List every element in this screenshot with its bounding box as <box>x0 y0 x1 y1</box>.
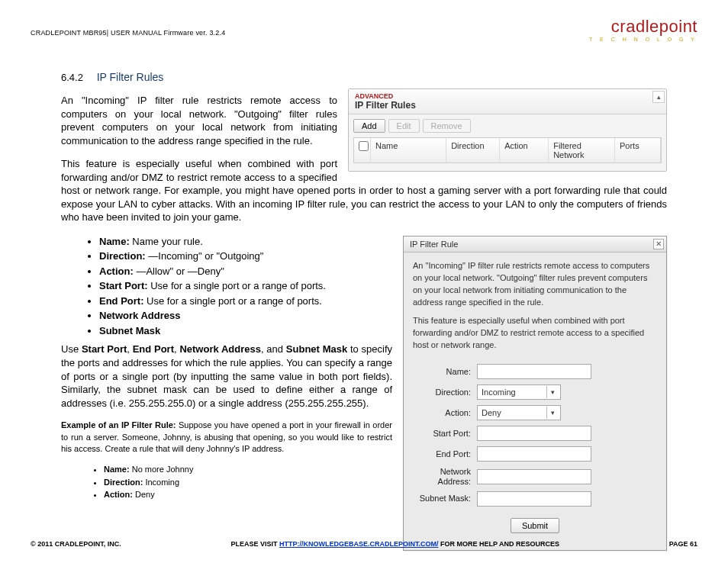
col-filtered-network: Filtered Network <box>549 138 615 162</box>
submit-button[interactable]: Submit <box>511 518 559 533</box>
label-start-port: Start Port: <box>413 428 477 440</box>
subnet-mask-field[interactable] <box>477 491 591 507</box>
logo: cradlepoint T E C H N O L O G Y <box>589 18 697 42</box>
network-address-field[interactable] <box>477 469 591 484</box>
ip-filter-rules-panel: ADVANCED IP Filter Rules ▴ Add Edit Remo… <box>348 88 667 172</box>
para-2a: This feature is especially useful when c… <box>61 158 337 183</box>
footer-center: PLEASE VISIT HTTP://KNOWLEDGEBASE.CRADLE… <box>230 540 559 548</box>
footer-copyright: © 2011 CRADLEPOINT, INC. <box>31 540 121 548</box>
select-all-checkbox[interactable] <box>359 141 369 151</box>
panel-advanced-label: ADVANCED <box>355 92 660 100</box>
label-subnet-mask: Subnet Mask: <box>413 493 477 505</box>
label-network-address: Network Address: <box>413 467 477 485</box>
panel-title: IP Filter Rules <box>355 100 416 111</box>
action-value: Deny <box>482 407 501 420</box>
logo-main: cradlepoint <box>589 18 697 35</box>
end-port-field[interactable] <box>477 446 591 462</box>
close-icon[interactable]: ✕ <box>653 239 664 249</box>
label-name: Name: <box>413 366 477 378</box>
direction-select[interactable]: Incoming ▾ <box>477 384 561 400</box>
section-title: IP Filter Rules <box>97 71 164 83</box>
chevron-down-icon: ▾ <box>546 386 559 398</box>
label-end-port: End Port: <box>413 449 477 461</box>
col-action: Action <box>500 138 549 162</box>
footer-link[interactable]: HTTP://KNOWLEDGEBASE.CRADLEPOINT.COM/ <box>279 540 439 548</box>
dialog-intro-2: This feature is especially useful when c… <box>413 315 657 352</box>
direction-value: Incoming <box>482 387 516 399</box>
dialog-title: IP Filter Rule <box>410 240 458 249</box>
remove-button[interactable]: Remove <box>423 119 471 133</box>
start-port-field[interactable] <box>477 426 591 441</box>
name-field[interactable] <box>477 364 591 379</box>
col-name: Name <box>371 138 446 162</box>
panel-collapse-button[interactable]: ▴ <box>652 91 665 103</box>
ip-filter-rule-dialog: IP Filter Rule ✕ An "Incoming" IP filter… <box>403 236 667 551</box>
action-select[interactable]: Deny ▾ <box>477 405 561 420</box>
header-breadcrumb: CRADLEPOINT MBR95| USER MANUAL Firmware … <box>31 18 225 37</box>
label-direction: Direction: <box>413 387 477 399</box>
add-button[interactable]: Add <box>353 119 385 133</box>
edit-button[interactable]: Edit <box>388 119 420 133</box>
col-ports: Ports <box>615 138 661 162</box>
logo-sub: T E C H N O L O G Y <box>589 37 697 42</box>
col-direction: Direction <box>446 138 500 162</box>
chevron-down-icon: ▾ <box>546 407 559 419</box>
section-number: 6.4.2 <box>61 72 83 83</box>
grid-header: Name Direction Action Filtered Network P… <box>353 137 662 163</box>
footer-page: PAGE 61 <box>669 540 697 548</box>
label-action: Action: <box>413 407 477 420</box>
dialog-intro-1: An "Incoming" IP filter rule restricts r… <box>413 260 657 309</box>
